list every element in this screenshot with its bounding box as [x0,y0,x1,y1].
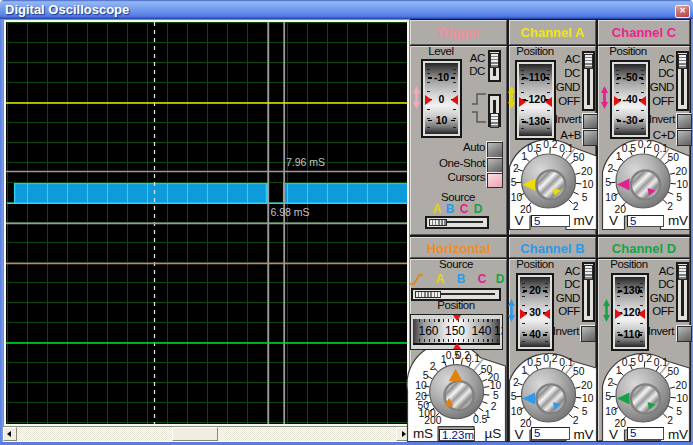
svg-text:V: V [514,427,523,442]
svg-text:7.96 mS: 7.96 mS [286,156,325,168]
svg-text:V: V [514,213,523,228]
svg-text:2: 2 [573,415,579,426]
svg-text:2: 2 [607,163,613,174]
svg-text:2: 2 [573,201,579,212]
svg-text:mS: mS [413,426,433,441]
svg-text:5: 5 [511,177,517,188]
svg-text:V: V [609,427,618,442]
svg-text:10: 10 [582,393,594,404]
svg-text:5: 5 [676,192,682,203]
svg-text:20: 20 [415,391,427,402]
svg-text:0.5: 0.5 [527,143,542,154]
svg-text:µS: µS [485,426,502,441]
svg-text:0.5: 0.5 [622,143,637,154]
svg-text:0.2: 0.2 [543,353,558,364]
svg-text:50: 50 [573,366,585,377]
svg-text:50: 50 [668,152,680,163]
svg-text:5: 5 [511,391,517,402]
svg-text:0.5: 0.5 [473,414,488,425]
svg-text:5: 5 [582,192,588,203]
svg-text:50: 50 [668,366,680,377]
svg-text:2: 2 [513,377,519,388]
svg-text:0.5: 0.5 [527,357,542,368]
svg-text:0.1: 0.1 [466,353,481,364]
svg-text:2: 2 [667,201,673,212]
svg-text:2: 2 [607,377,613,388]
svg-text:20: 20 [581,166,593,177]
svg-text:50: 50 [573,152,585,163]
svg-text:10: 10 [415,380,427,391]
svg-text:10: 10 [677,393,689,404]
svg-text:20: 20 [676,380,688,391]
svg-text:20: 20 [676,166,688,177]
svg-text:mV: mV [573,213,593,228]
svg-text:10: 10 [511,192,523,203]
svg-text:10: 10 [605,192,617,203]
svg-text:5: 5 [605,391,611,402]
svg-text:V: V [609,213,618,228]
svg-text:0.2: 0.2 [543,140,558,150]
svg-text:5: 5 [676,406,682,417]
svg-text:0.5: 0.5 [622,357,637,368]
svg-text:0.2: 0.2 [638,140,653,150]
svg-text:2: 2 [667,415,673,426]
svg-text:10: 10 [582,179,594,190]
svg-text:5: 5 [605,177,611,188]
svg-text:6.98 mS: 6.98 mS [271,206,310,218]
svg-text:10: 10 [605,406,617,417]
svg-text:2: 2 [430,361,436,372]
svg-text:10: 10 [511,406,523,417]
svg-text:mV: mV [668,213,688,228]
svg-text:2: 2 [513,163,519,174]
svg-text:mV: mV [668,427,688,442]
svg-text:20: 20 [581,380,593,391]
svg-text:10: 10 [677,179,689,190]
svg-text:2: 2 [491,401,497,412]
svg-text:0.2: 0.2 [638,353,653,364]
svg-text:5: 5 [423,370,429,381]
svg-text:5: 5 [582,406,588,417]
svg-text:mV: mV [573,427,593,442]
